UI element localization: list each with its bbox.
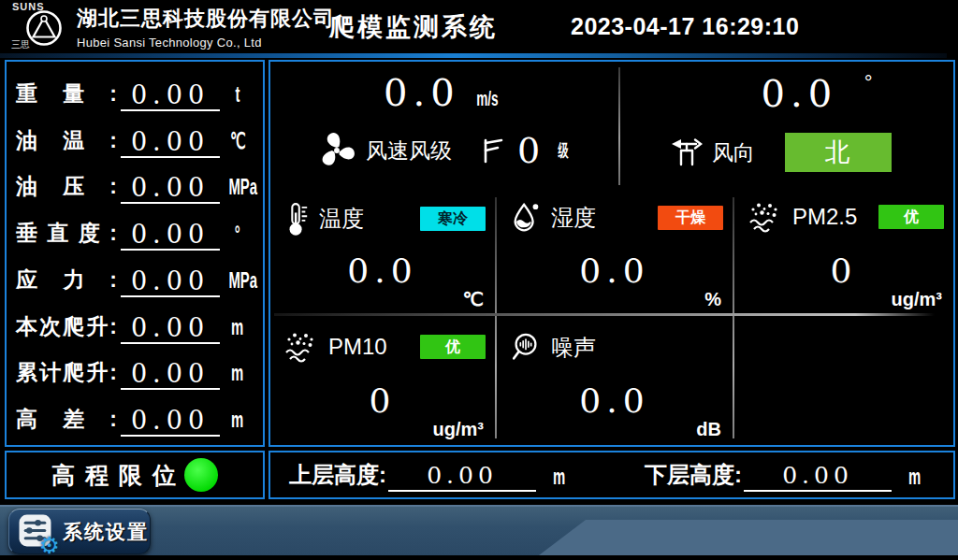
gear-icon: ⚙ (39, 534, 60, 557)
empty-cell (734, 320, 953, 442)
suns-logo-icon (24, 8, 64, 48)
measure-row-oil-pressure: 油压: 0.00 MPa (16, 163, 255, 204)
noise-cell: 噪声 0.0 dB (497, 320, 733, 442)
thermometer-icon (283, 201, 310, 237)
header-divider-bar (0, 53, 947, 58)
elevation-limit-label: 高程限位 (51, 460, 186, 491)
wind-level-icon (482, 136, 504, 165)
measure-row-stress: 应力: 0.00 MPa (16, 256, 255, 297)
wind-speed-unit: m/s (476, 87, 499, 111)
sensor-value: 0 (734, 251, 953, 290)
measure-unit: m (231, 407, 243, 433)
wind-direction-section: 0.0 ° 风向 北 (620, 62, 953, 190)
measure-unit: m (231, 314, 243, 340)
sensor-unit: ℃ (463, 288, 484, 310)
measure-label: 本次爬升: (16, 312, 117, 344)
toolbar-accent-stripe (539, 520, 958, 555)
wind-speed-value: 0.0 (384, 71, 460, 114)
measure-row-height-diff: 高差: 0.00 m (16, 395, 255, 437)
sensor-name: PM10 (328, 334, 387, 360)
company-name-cn: 湖北三思科技股份有限公司 (77, 5, 335, 33)
measure-value: 0.00 (121, 80, 220, 111)
measure-label: 累计爬升: (16, 358, 117, 390)
upper-height-label: 上层高度: (289, 460, 386, 492)
measure-row-oil-temp: 油温: 0.00 ℃ (16, 117, 255, 158)
lower-height-unit: m (908, 464, 921, 490)
sensor-name: 湿度 (551, 203, 596, 233)
measure-unit: ° (235, 221, 240, 247)
company-name: 湖北三思科技股份有限公司 Hubei Sansi Technology Co.,… (77, 5, 335, 50)
sensor-value: 0.0 (497, 381, 733, 420)
measurement-panel: 重量: 0.00 t 油温: 0.00 ℃ 油压: 0.00 MPa 垂直度: … (5, 60, 265, 447)
humidity-drop-icon (510, 201, 542, 235)
wind-direction-value: 0.0 (762, 72, 838, 115)
sensor-value: 0 (270, 381, 495, 420)
sensor-grid: 温度 寒冷 0.0 ℃ 湿度 干燥 0.0 % (270, 190, 953, 445)
measure-unit: ℃ (230, 128, 246, 154)
humidity-cell: 湿度 干燥 0.0 % (497, 190, 733, 312)
wind-speed-label: 风速风级 (366, 136, 452, 165)
sensor-unit: % (704, 289, 721, 310)
wind-direction-button[interactable]: 北 (785, 133, 892, 172)
fan-icon (317, 131, 356, 170)
sensor-name: PM2.5 (792, 204, 857, 230)
sensor-unit: ug/m³ (433, 419, 484, 440)
lower-height-value: 0.00 (744, 462, 892, 492)
measure-value: 0.00 (121, 220, 220, 251)
dust-particles-icon (748, 201, 783, 233)
settings-sliders-icon: ⚙ (18, 514, 52, 549)
measure-value: 0.00 (121, 266, 220, 297)
settings-button-label: 系统设置 (63, 519, 149, 545)
environment-panel: 0.0 m/s 风速风级 0 级 (269, 60, 955, 447)
measure-label: 应力: (16, 266, 117, 297)
sensor-name: 噪声 (551, 333, 596, 363)
measure-value: 0.00 (121, 406, 220, 437)
bottom-toolbar: ⚙ 系统设置 (0, 505, 958, 560)
dust-particles-icon (283, 331, 319, 363)
upper-height-field: 上层高度: 0.00 m (289, 452, 569, 497)
company-name-en: Hubei Sansi Technology Co., Ltd (77, 36, 335, 50)
page-title: 爬模监测系统 (329, 10, 498, 44)
layer-heights-box: 上层高度: 0.00 m 下层高度: 0.00 m (269, 451, 955, 499)
sensor-unit: dB (696, 419, 721, 440)
measure-row-weight: 重量: 0.00 t (16, 70, 255, 111)
sensor-name: 温度 (319, 204, 364, 234)
measure-unit: t (236, 81, 240, 108)
measure-value: 0.00 (121, 127, 220, 158)
wind-direction-label: 风向 (712, 138, 755, 167)
measure-unit: MPa (228, 267, 257, 294)
measure-value: 0.00 (121, 173, 220, 204)
sensor-unit: ug/m³ (892, 289, 942, 310)
temperature-status-badge: 寒冷 (420, 207, 486, 231)
measure-label: 高差: (16, 405, 117, 437)
system-settings-button[interactable]: ⚙ 系统设置 (8, 509, 151, 554)
upper-height-unit: m (553, 464, 565, 490)
elevation-limit-indicator (184, 458, 218, 492)
elevation-limit-box: 高程限位 (5, 451, 265, 499)
measure-unit: MPa (228, 174, 257, 200)
temperature-cell: 温度 寒冷 0.0 ℃ (270, 190, 495, 312)
measure-row-total-climb: 累计爬升: 0.00 m (16, 349, 255, 390)
logo-sansi-text: 三思 (11, 38, 30, 51)
wind-level-value: 0 (517, 133, 540, 168)
wind-level-unit: 级 (559, 139, 569, 162)
grid-horizontal-divider (274, 313, 935, 316)
noise-meter-icon (510, 331, 542, 365)
wind-direction-unit: ° (864, 71, 873, 94)
datetime-display: 2023-04-17 16:29:10 (571, 13, 799, 40)
measure-row-verticality: 垂直度: 0.00 ° (16, 209, 255, 251)
company-logo: SUNS 三思 (9, 0, 82, 53)
wind-vane-icon (669, 136, 704, 168)
measure-unit: m (231, 360, 243, 386)
measure-row-current-climb: 本次爬升: 0.00 m (16, 303, 255, 344)
measure-label: 油压: (16, 172, 117, 204)
lower-height-field: 下层高度: 0.00 m (645, 452, 924, 497)
lower-height-label: 下层高度: (645, 460, 742, 492)
measure-label: 垂直度: (16, 219, 117, 251)
sensor-value: 0.0 (497, 251, 733, 290)
sensor-value: 0.0 (270, 251, 495, 290)
measure-value: 0.00 (121, 313, 220, 344)
measure-value: 0.00 (121, 359, 220, 390)
wind-speed-section: 0.0 m/s 风速风级 0 级 (270, 62, 618, 190)
humidity-status-badge: 干燥 (658, 206, 723, 230)
